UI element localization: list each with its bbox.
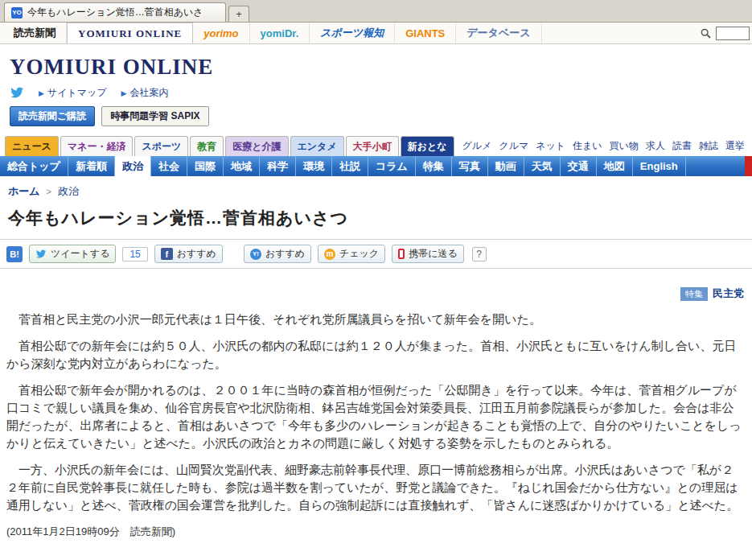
category-tab-education[interactable]: 教育	[190, 136, 224, 156]
section-nav-english[interactable]: English	[633, 156, 686, 176]
article-paragraph: 菅首相と民主党の小沢一郎元代表は１日午後、それぞれ党所属議員らを招いて新年会を開…	[6, 311, 746, 328]
brand-yomidr[interactable]: yomiDr.	[250, 23, 310, 43]
category-tab-entertainment[interactable]: エンタメ	[290, 136, 344, 156]
tweet-button[interactable]: ツイートする	[29, 245, 116, 263]
utility-links: ▶ サイトマップ ▶ 会社案内	[10, 86, 742, 100]
brand-yorimo[interactable]: yorimo	[193, 23, 249, 43]
category-tab-money[interactable]: マネー・経済	[60, 136, 134, 156]
brand-database[interactable]: データベース	[456, 23, 541, 43]
site-header: YOMIURI ONLINE	[0, 44, 752, 80]
section-nav-top[interactable]: 総合トップ	[0, 156, 68, 176]
new-tab-button[interactable]: +	[228, 6, 249, 22]
send-to-mobile-label: 携帯に送る	[409, 247, 458, 261]
feature-badge: 特集	[680, 287, 708, 301]
search-icon[interactable]	[701, 28, 711, 39]
search-area	[701, 23, 752, 43]
category-nav: ニュース マネー・経済 スポーツ 教育 医療と介護 エンタメ 大手小町 新おとな…	[5, 136, 752, 156]
browser-tab-bar: YO 今年もハレーション覚悟…菅首相あいさ +	[0, 0, 752, 23]
section-nav-politics[interactable]: 政治	[115, 156, 151, 176]
breadcrumb-current[interactable]: 政治	[58, 184, 79, 199]
category-tab-medical[interactable]: 医療と介護	[225, 136, 288, 156]
section-nav-newest[interactable]: 新着順	[68, 156, 115, 176]
breadcrumb-separator: >	[47, 187, 51, 196]
send-to-mobile-button[interactable]: 携帯に送る	[392, 245, 464, 263]
section-nav-feature[interactable]: 特集	[416, 156, 452, 176]
site-logo[interactable]: YOMIURI ONLINE	[10, 55, 742, 80]
arrow-icon: ▶	[121, 89, 127, 97]
hatena-bookmark-button[interactable]: B!	[6, 246, 23, 262]
twitter-icon[interactable]	[10, 87, 24, 99]
yahoo-bookmark-icon: Y!	[250, 249, 261, 260]
tweet-button-label: ツイートする	[51, 247, 109, 261]
article-paragraph: 首相公邸での新年会には約５０人、小沢氏の都内の私邸には約１２０人が集まった。首相…	[6, 337, 746, 373]
mixi-check-button[interactable]: m チェック	[318, 245, 385, 263]
category-link-net[interactable]: ネット	[536, 139, 565, 153]
category-link-jobs[interactable]: 求人	[646, 139, 665, 153]
brand-giants[interactable]: GIANTS	[395, 23, 456, 43]
brand-yomiuri-online[interactable]: YOMIURI ONLINE	[67, 23, 193, 43]
category-link-housing[interactable]: 住まい	[573, 139, 602, 153]
section-nav-editorial[interactable]: 社説	[332, 156, 368, 176]
facebook-button-label: おすすめ	[177, 247, 216, 261]
category-links: グルメ クルマ ネット 住まい 買い物 求人 読書 雑誌 選挙	[462, 139, 745, 153]
brand-yomiuri-shimbun[interactable]: 読売新聞	[3, 23, 67, 43]
related-party-link[interactable]: 民主党	[713, 286, 744, 301]
search-input[interactable]	[716, 27, 750, 40]
brand-sports-hochi[interactable]: スポーツ報知	[310, 23, 395, 43]
category-link-books[interactable]: 読書	[672, 139, 692, 153]
article-paragraph: 首相公邸で新年会が開かれるのは、２００１年に当時の森首相が恒例だった「公邸開き」…	[6, 381, 746, 452]
mixi-button-label: チェック	[339, 247, 379, 261]
arrow-icon: ▶	[39, 89, 44, 97]
category-link-car[interactable]: クルマ	[499, 139, 528, 153]
sitemap-link[interactable]: ▶ サイトマップ	[39, 86, 107, 100]
category-tab-news[interactable]: ニュース	[5, 136, 59, 156]
nav-end-accent	[745, 156, 752, 176]
section-nav: 総合トップ 新着順 政治 社会 国際 地域 科学 環境 社説 コラム 特集 写真…	[0, 156, 752, 176]
section-nav-traffic[interactable]: 交通	[561, 156, 597, 176]
section-nav-society[interactable]: 社会	[151, 156, 187, 176]
twitter-bird-icon	[35, 249, 47, 259]
breadcrumb: ホーム > 政治	[8, 184, 752, 199]
favicon-icon: YO	[11, 7, 23, 19]
company-info-label: 会社案内	[130, 86, 169, 100]
article-paragraph: 一方、小沢氏の新年会には、山岡賢次党副代表、細野豪志前幹事長代理、原口一博前総務…	[6, 461, 746, 514]
section-nav-video[interactable]: 動画	[488, 156, 524, 176]
section-nav-weather[interactable]: 天気	[524, 156, 561, 176]
browser-tab-title: 今年もハレーション覚悟…菅首相あいさ	[27, 6, 203, 19]
article-title: 今年もハレーション覚悟…菅首相あいさつ	[8, 207, 744, 229]
site-brand-bar: 読売新聞 YOMIURI ONLINE yorimo yomiDr. スポーツ報…	[0, 23, 752, 44]
subscribe-button[interactable]: 読売新聞ご購読	[10, 106, 95, 126]
category-tab-shin-otona[interactable]: 新おとな	[401, 136, 454, 156]
section-nav-environment[interactable]: 環境	[296, 156, 332, 176]
sitemap-label: サイトマップ	[47, 86, 107, 100]
category-link-election[interactable]: 選挙	[725, 139, 745, 153]
section-nav-region[interactable]: 地域	[224, 156, 260, 176]
mobile-phone-icon	[398, 249, 405, 259]
company-info-link[interactable]: ▶ 会社案内	[121, 86, 169, 100]
browser-tab[interactable]: YO 今年もハレーション覚悟…菅首相あいさ	[4, 2, 226, 22]
mixi-icon: m	[324, 249, 335, 260]
section-nav-column[interactable]: コラム	[368, 156, 416, 176]
yahoo-recommend-button[interactable]: Y! おすすめ	[244, 245, 311, 263]
header-buttons: 読売新聞ご購読 時事問題学習 SAPIX	[10, 106, 742, 126]
category-tab-otekomachi[interactable]: 大手小町	[346, 136, 399, 156]
section-nav-photo[interactable]: 写真	[452, 156, 488, 176]
help-button[interactable]: ?	[472, 247, 487, 261]
breadcrumb-home[interactable]: ホーム	[8, 184, 40, 199]
category-link-shopping[interactable]: 買い物	[610, 139, 639, 153]
sapix-button[interactable]: 時事問題学習 SAPIX	[101, 106, 208, 126]
section-nav-science[interactable]: 科学	[260, 156, 296, 176]
category-link-gourmet[interactable]: グルメ	[462, 139, 492, 153]
section-nav-world[interactable]: 国際	[187, 156, 224, 176]
article-dateline: (2011年1月2日19時09分 読売新聞)	[6, 523, 746, 541]
facebook-icon: f	[161, 248, 173, 260]
article-body: 菅首相と民主党の小沢一郎元代表は１日午後、それぞれ党所属議員らを招いて新年会を開…	[6, 311, 746, 541]
tweet-count[interactable]: 15	[122, 247, 147, 261]
related-feature: 特集 民主党	[8, 286, 744, 301]
section-nav-map[interactable]: 地図	[597, 156, 633, 176]
category-tab-sports[interactable]: スポーツ	[134, 136, 188, 156]
facebook-recommend-button[interactable]: f おすすめ	[154, 245, 223, 263]
yahoo-button-label: おすすめ	[265, 247, 305, 261]
category-link-magazine[interactable]: 雑誌	[699, 139, 718, 153]
social-share-bar: B! ツイートする 15 f おすすめ Y! おすすめ m チェック 携帯に送る…	[0, 239, 752, 269]
